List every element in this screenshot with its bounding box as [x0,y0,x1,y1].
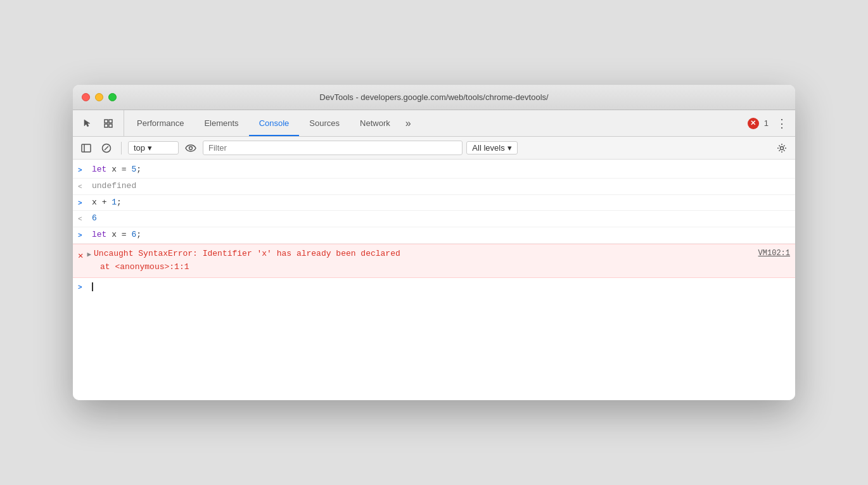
log-levels-selector[interactable]: All levels ▾ [466,141,517,154]
output-arrow: < [78,214,87,225]
toolbar: Performance Elements Console Sources Net… [73,110,795,137]
error-source-link[interactable]: VM102:1 [746,248,790,260]
error-count: 1 [764,118,769,128]
svg-rect-3 [109,124,112,127]
svg-rect-4 [82,144,91,152]
console-error-line: ✕ ▶ Uncaught SyntaxError: Identifier 'x'… [73,244,795,278]
console-line: > let x = 5; [73,162,795,179]
svg-line-7 [105,146,108,150]
error-icon: ✕ [78,249,83,263]
line-code: x + 1; [92,196,790,210]
context-selector[interactable]: top ▾ [128,141,179,154]
tab-list: Performance Elements Console Sources Net… [127,110,748,136]
console-line: < undefined [73,179,795,195]
console-line: > x + 1; [73,195,795,211]
more-tabs-button[interactable]: » [400,118,416,129]
close-button[interactable] [82,93,90,101]
prompt-arrow: > [78,282,87,294]
console-settings-button[interactable] [774,140,790,156]
input-arrow: > [78,230,87,242]
svg-rect-2 [105,124,108,127]
live-expressions-button[interactable] [182,140,199,156]
error-message: Uncaught SyntaxError: Identifier 'x' has… [94,248,746,261]
input-arrow: > [78,198,87,210]
line-output: undefined [92,180,790,193]
filter-input[interactable] [203,141,463,155]
tab-sources[interactable]: Sources [299,110,350,136]
window-title: DevTools - developers.google.com/web/too… [319,92,548,102]
console-line: > let x = 6; [73,227,795,244]
tab-elements[interactable]: Elements [194,110,248,136]
svg-point-8 [189,146,193,149]
svg-point-9 [781,146,784,149]
error-submessage: at <anonymous>:1:1 [94,261,746,274]
maximize-button[interactable] [108,93,117,101]
sidebar-toggle-button[interactable] [78,140,94,156]
console-line: < 6 [73,211,795,227]
clear-console-button[interactable] [98,140,115,156]
toolbar-right: ✕ 1 ⋮ [748,117,790,130]
svg-rect-1 [109,120,112,123]
cursor-icon[interactable] [78,115,96,132]
devtools-window: DevTools - developers.google.com/web/too… [73,85,795,400]
inspect-icon[interactable] [99,115,117,132]
traffic-lights [82,93,117,101]
svg-rect-0 [105,120,108,123]
line-code: let x = 6; [92,229,790,242]
toolbar-icon-group [78,110,124,136]
console-output: > let x = 5; < undefined > x + 1; < 6 > … [73,160,795,400]
tab-console[interactable]: Console [249,110,300,136]
input-arrow: > [78,165,87,177]
divider [121,142,122,154]
output-arrow: < [78,182,87,193]
error-badge-icon: ✕ [748,118,759,129]
more-menu-button[interactable]: ⋮ [774,117,790,130]
line-output: 6 [92,212,790,225]
tab-network[interactable]: Network [350,110,400,136]
tab-performance[interactable]: Performance [127,110,194,136]
line-code: let x = 5; [92,163,790,177]
titlebar: DevTools - developers.google.com/web/too… [73,85,795,110]
console-toolbar: top ▾ All levels ▾ [73,137,795,160]
error-content: Uncaught SyntaxError: Identifier 'x' has… [94,248,746,274]
minimize-button[interactable] [95,93,103,101]
error-expand-arrow[interactable]: ▶ [87,249,91,261]
cursor [92,282,93,291]
console-input-line[interactable]: > [73,278,795,296]
